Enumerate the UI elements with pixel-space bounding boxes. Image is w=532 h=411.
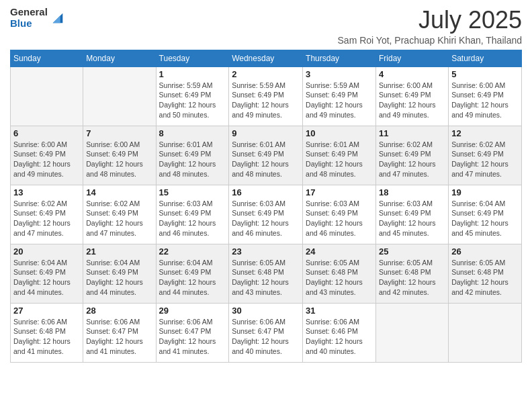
day-number: 25 xyxy=(379,246,445,257)
month-title: July 2025 xyxy=(338,7,522,34)
calendar-week-row: 20Sunrise: 6:04 AM Sunset: 6:49 PM Dayli… xyxy=(11,244,522,303)
day-info: Sunrise: 6:05 AM Sunset: 6:48 PM Dayligh… xyxy=(232,258,300,298)
day-info: Sunrise: 6:03 AM Sunset: 6:49 PM Dayligh… xyxy=(232,199,300,238)
day-number: 29 xyxy=(159,306,226,316)
day-info: Sunrise: 6:02 AM Sunset: 6:49 PM Dayligh… xyxy=(13,199,80,238)
logo-icon xyxy=(50,11,65,26)
day-number: 23 xyxy=(232,246,300,257)
day-info: Sunrise: 6:06 AM Sunset: 6:48 PM Dayligh… xyxy=(13,317,80,357)
calendar-cell: 24Sunrise: 6:05 AM Sunset: 6:48 PM Dayli… xyxy=(303,244,376,303)
calendar-cell: 31Sunrise: 6:06 AM Sunset: 6:46 PM Dayli… xyxy=(303,303,376,362)
day-number: 27 xyxy=(13,306,80,316)
day-number: 24 xyxy=(306,246,373,257)
calendar-cell: 4Sunrise: 6:00 AM Sunset: 6:49 PM Daylig… xyxy=(375,66,448,126)
day-number: 2 xyxy=(232,69,300,79)
calendar-header-monday: Monday xyxy=(83,50,156,66)
day-number: 12 xyxy=(451,128,519,138)
calendar-week-row: 1Sunrise: 5:59 AM Sunset: 6:49 PM Daylig… xyxy=(11,66,522,126)
calendar-cell: 28Sunrise: 6:06 AM Sunset: 6:47 PM Dayli… xyxy=(83,303,156,362)
day-number: 19 xyxy=(451,187,519,197)
calendar-table: SundayMondayTuesdayWednesdayThursdayFrid… xyxy=(10,50,522,363)
day-number: 16 xyxy=(232,187,300,197)
calendar-cell: 7Sunrise: 6:00 AM Sunset: 6:49 PM Daylig… xyxy=(83,126,156,185)
logo-general: General xyxy=(10,7,48,18)
day-number: 21 xyxy=(86,246,152,257)
day-number: 8 xyxy=(159,128,226,138)
svg-marker-1 xyxy=(53,15,60,23)
day-number: 3 xyxy=(306,69,373,79)
day-info: Sunrise: 6:03 AM Sunset: 6:49 PM Dayligh… xyxy=(379,199,445,238)
calendar-header-sunday: Sunday xyxy=(11,50,83,66)
day-number: 31 xyxy=(306,306,373,316)
calendar-week-row: 6Sunrise: 6:00 AM Sunset: 6:49 PM Daylig… xyxy=(11,126,522,185)
day-number: 10 xyxy=(306,128,373,138)
day-info: Sunrise: 5:59 AM Sunset: 6:49 PM Dayligh… xyxy=(232,81,300,120)
day-number: 28 xyxy=(86,306,152,316)
calendar-cell: 11Sunrise: 6:02 AM Sunset: 6:49 PM Dayli… xyxy=(375,126,448,185)
logo-blue: Blue xyxy=(10,18,48,30)
calendar-cell: 3Sunrise: 5:59 AM Sunset: 6:49 PM Daylig… xyxy=(303,66,376,126)
calendar-header-wednesday: Wednesday xyxy=(229,50,303,66)
calendar-cell xyxy=(83,66,156,126)
calendar-header-saturday: Saturday xyxy=(449,50,522,66)
day-number: 17 xyxy=(306,187,373,197)
calendar-cell: 20Sunrise: 6:04 AM Sunset: 6:49 PM Dayli… xyxy=(11,244,83,303)
calendar-cell: 26Sunrise: 6:05 AM Sunset: 6:48 PM Dayli… xyxy=(449,244,522,303)
day-number: 7 xyxy=(86,128,152,138)
day-info: Sunrise: 6:01 AM Sunset: 6:49 PM Dayligh… xyxy=(232,140,300,179)
day-number: 22 xyxy=(159,246,226,257)
logo-text: General Blue xyxy=(10,7,48,29)
calendar-cell: 8Sunrise: 6:01 AM Sunset: 6:49 PM Daylig… xyxy=(156,126,229,185)
calendar-cell: 10Sunrise: 6:01 AM Sunset: 6:49 PM Dayli… xyxy=(303,126,376,185)
day-info: Sunrise: 6:06 AM Sunset: 6:47 PM Dayligh… xyxy=(86,317,152,357)
day-info: Sunrise: 5:59 AM Sunset: 6:49 PM Dayligh… xyxy=(159,81,226,120)
calendar-cell: 30Sunrise: 6:06 AM Sunset: 6:47 PM Dayli… xyxy=(229,303,303,362)
calendar-header-thursday: Thursday xyxy=(303,50,376,66)
calendar-cell: 25Sunrise: 6:05 AM Sunset: 6:48 PM Dayli… xyxy=(375,244,448,303)
day-info: Sunrise: 6:04 AM Sunset: 6:49 PM Dayligh… xyxy=(159,258,226,298)
title-area: July 2025 Sam Roi Yot, Prachuap Khiri Kh… xyxy=(338,7,522,46)
day-number: 15 xyxy=(159,187,226,197)
day-number: 26 xyxy=(451,246,519,257)
logo: General Blue xyxy=(10,7,65,29)
calendar-cell: 23Sunrise: 6:05 AM Sunset: 6:48 PM Dayli… xyxy=(229,244,303,303)
calendar-cell: 19Sunrise: 6:04 AM Sunset: 6:49 PM Dayli… xyxy=(449,185,522,244)
calendar-cell: 27Sunrise: 6:06 AM Sunset: 6:48 PM Dayli… xyxy=(11,303,83,362)
day-info: Sunrise: 6:03 AM Sunset: 6:49 PM Dayligh… xyxy=(159,199,226,238)
calendar-cell: 12Sunrise: 6:02 AM Sunset: 6:49 PM Dayli… xyxy=(449,126,522,185)
day-info: Sunrise: 6:04 AM Sunset: 6:49 PM Dayligh… xyxy=(86,258,152,298)
day-number: 6 xyxy=(13,128,80,138)
day-info: Sunrise: 6:03 AM Sunset: 6:49 PM Dayligh… xyxy=(306,199,373,238)
day-info: Sunrise: 6:04 AM Sunset: 6:49 PM Dayligh… xyxy=(13,258,80,298)
calendar-cell: 1Sunrise: 5:59 AM Sunset: 6:49 PM Daylig… xyxy=(156,66,229,126)
day-number: 9 xyxy=(232,128,300,138)
day-number: 14 xyxy=(86,187,152,197)
day-info: Sunrise: 6:05 AM Sunset: 6:48 PM Dayligh… xyxy=(379,258,445,298)
day-info: Sunrise: 6:01 AM Sunset: 6:49 PM Dayligh… xyxy=(159,140,226,179)
day-info: Sunrise: 6:05 AM Sunset: 6:48 PM Dayligh… xyxy=(306,258,373,298)
day-info: Sunrise: 5:59 AM Sunset: 6:49 PM Dayligh… xyxy=(306,81,373,120)
day-number: 1 xyxy=(159,69,226,79)
calendar-header-row: SundayMondayTuesdayWednesdayThursdayFrid… xyxy=(11,50,522,66)
day-number: 5 xyxy=(451,69,519,79)
calendar-cell: 21Sunrise: 6:04 AM Sunset: 6:49 PM Dayli… xyxy=(83,244,156,303)
calendar-week-row: 27Sunrise: 6:06 AM Sunset: 6:48 PM Dayli… xyxy=(11,303,522,362)
day-info: Sunrise: 6:06 AM Sunset: 6:46 PM Dayligh… xyxy=(306,317,373,357)
calendar-cell: 2Sunrise: 5:59 AM Sunset: 6:49 PM Daylig… xyxy=(229,66,303,126)
calendar-cell: 9Sunrise: 6:01 AM Sunset: 6:49 PM Daylig… xyxy=(229,126,303,185)
day-info: Sunrise: 6:02 AM Sunset: 6:49 PM Dayligh… xyxy=(86,199,152,238)
day-number: 13 xyxy=(13,187,80,197)
day-info: Sunrise: 6:00 AM Sunset: 6:49 PM Dayligh… xyxy=(379,81,445,120)
day-number: 4 xyxy=(379,69,445,79)
day-number: 18 xyxy=(379,187,445,197)
day-info: Sunrise: 6:02 AM Sunset: 6:49 PM Dayligh… xyxy=(451,140,519,179)
calendar-cell: 18Sunrise: 6:03 AM Sunset: 6:49 PM Dayli… xyxy=(375,185,448,244)
calendar-cell: 14Sunrise: 6:02 AM Sunset: 6:49 PM Dayli… xyxy=(83,185,156,244)
day-info: Sunrise: 6:05 AM Sunset: 6:48 PM Dayligh… xyxy=(451,258,519,298)
calendar-cell: 16Sunrise: 6:03 AM Sunset: 6:49 PM Dayli… xyxy=(229,185,303,244)
day-number: 11 xyxy=(379,128,445,138)
calendar-cell: 17Sunrise: 6:03 AM Sunset: 6:49 PM Dayli… xyxy=(303,185,376,244)
calendar-cell: 29Sunrise: 6:06 AM Sunset: 6:47 PM Dayli… xyxy=(156,303,229,362)
calendar-cell xyxy=(449,303,522,362)
header: General Blue July 2025 Sam Roi Yot, Prac… xyxy=(10,7,522,46)
